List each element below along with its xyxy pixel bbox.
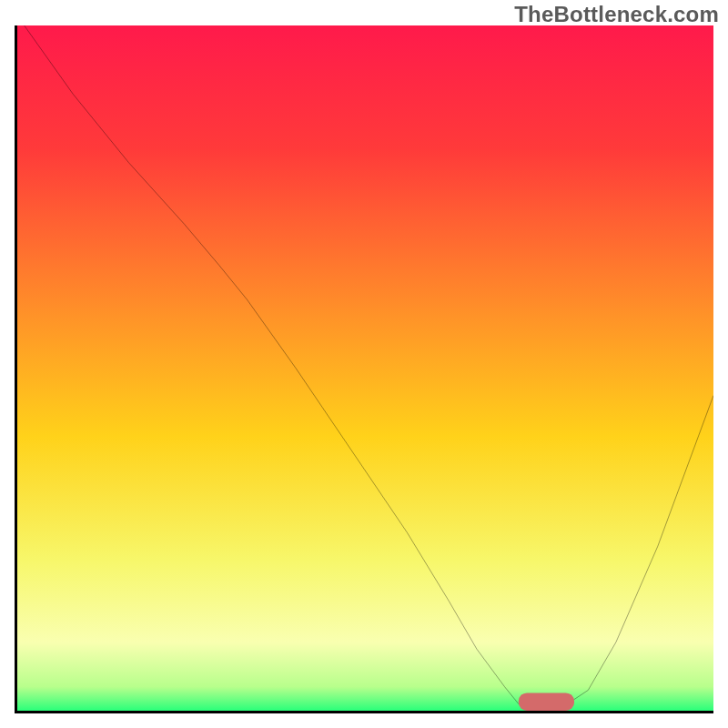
marker-layer: [17, 25, 713, 711]
plot-area: [15, 25, 713, 713]
bottleneck-marker: [519, 693, 574, 711]
watermark-text: TheBottleneck.com: [514, 2, 719, 27]
chart-frame: TheBottleneck.com: [0, 0, 728, 728]
